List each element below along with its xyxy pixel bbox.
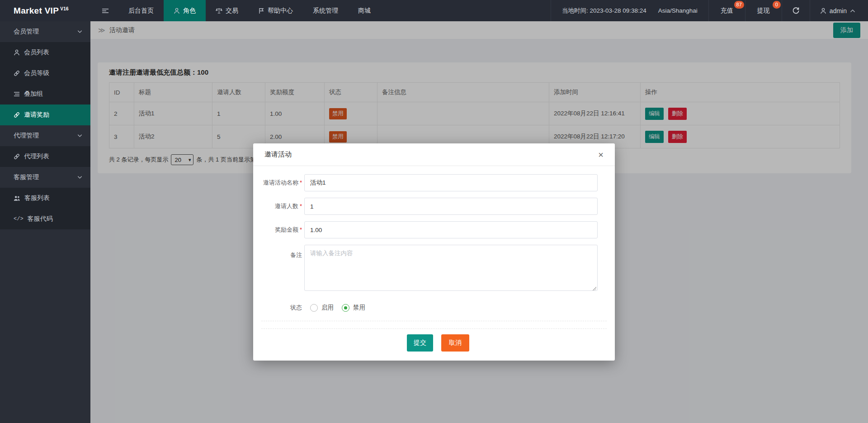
user-dropdown[interactable]: admin [810,0,868,21]
sidebar-group-label: 客服管理 [14,173,77,181]
activity-name-input[interactable] [304,174,598,191]
chevron-down-icon [77,30,82,33]
sidebar-item-label: 代理列表 [24,152,49,161]
sidebar-group-member-management[interactable]: 会员管理 [0,21,90,42]
sidebar-group-service-management[interactable]: 客服管理 [0,167,90,188]
sidebar: 会员管理 会员列表 会员等级 叠加组 邀请奖励 代理管理 [0,21,90,423]
radio-label: 启用 [321,304,334,312]
invite-activity-modal: 邀请活动 × 邀请活动名称* 邀请人数* 奖励金额* 备注 状态 启用 [253,143,615,361]
withdraw-label: 提现 [757,7,770,15]
top-navbar: Market VIP V16 后台首页 角色 交易 帮助中心 [0,0,868,21]
field-label: 奖励金额* [261,226,302,234]
flag-icon [258,8,264,14]
radio-label: 禁用 [353,304,365,312]
nav-item-trade[interactable]: 交易 [206,0,248,21]
required-asterisk: * [300,203,302,209]
radio-checked-icon [342,304,349,312]
layers-icon [14,91,20,97]
app-logo-text: Market VIP [14,6,59,16]
modal-title: 邀请活动 [264,150,292,159]
code-icon: </> [14,216,24,222]
modal-footer: 提交 取消 [261,334,615,352]
form-row-reward-amount: 奖励金额* [261,221,615,238]
radio-option-enabled[interactable]: 启用 [310,304,334,312]
sidebar-item-label: 客服列表 [24,194,50,202]
scales-icon [216,7,222,14]
nav-item-label: 系统管理 [313,7,338,15]
person-icon [174,8,180,14]
form-row-invite-count: 邀请人数* [261,198,615,215]
sidebar-group-label: 代理管理 [14,132,77,140]
form-row-remark: 备注 [261,245,615,293]
required-asterisk: * [300,226,302,233]
sidebar-item-label: 叠加组 [24,90,43,98]
cancel-button[interactable]: 取消 [441,334,469,352]
sidebar-group-label: 会员管理 [14,28,77,36]
nav-item-label: 帮助中心 [268,7,293,15]
navbar-right: 当地时间: 2023-03-28 09:38:24 Asia/Shanghai … [551,0,868,21]
sidebar-item-agent-list[interactable]: 代理列表 [0,146,90,167]
nav-item-roles[interactable]: 角色 [164,0,206,21]
field-label: 邀请活动名称* [261,179,302,187]
users-icon [14,195,20,201]
sidebar-item-label: 会员等级 [24,69,49,77]
chevron-down-icon [77,134,82,138]
link-icon [14,153,20,160]
modal-header: 邀请活动 × [253,143,615,166]
remark-textarea[interactable] [304,245,598,291]
withdraw-menu-item[interactable]: 提现 0 [745,0,782,21]
nav-item-mall[interactable]: 商城 [348,0,381,21]
sidebar-item-service-list[interactable]: 客服列表 [0,188,90,209]
sidebar-item-member-list[interactable]: 会员列表 [0,42,90,63]
sidebar-item-member-level[interactable]: 会员等级 [0,63,90,84]
nav-item-dashboard[interactable]: 后台首页 [118,0,164,21]
submit-button[interactable]: 提交 [407,334,433,352]
recharge-menu-item[interactable]: 充值 87 [708,0,745,21]
person-icon [14,49,20,56]
field-label: 邀请人数* [261,202,302,210]
local-time: 当地时间: 2023-03-28 09:38:24 Asia/Shanghai [551,0,708,21]
status-label: 状态 [261,304,302,312]
app-logo-version: V16 [60,6,69,11]
refresh-button[interactable] [782,0,810,21]
nav-item-label: 交易 [226,7,238,15]
sidebar-item-label: 客服代码 [28,215,53,223]
chevron-up-icon [850,9,855,13]
nav-item-label: 商城 [358,7,371,15]
required-asterisk: * [300,179,302,186]
app-logo: Market VIP V16 [0,0,90,21]
sidebar-item-label: 会员列表 [24,48,49,57]
username: admin [830,7,847,14]
sidebar-item-service-code[interactable]: </> 客服代码 [0,209,90,229]
main-menu: 后台首页 角色 交易 帮助中心 系统管理 商城 [118,0,381,21]
divider [261,328,607,329]
nav-item-label: 后台首页 [128,7,154,15]
nav-item-system[interactable]: 系统管理 [303,0,348,21]
sidebar-item-stack-group[interactable]: 叠加组 [0,84,90,105]
radio-icon [310,304,318,312]
sidebar-group-agent-management[interactable]: 代理管理 [0,125,90,146]
field-label: 备注 [261,251,302,259]
sidebar-collapse-button[interactable] [96,0,115,21]
user-avatar-icon [820,8,826,14]
recharge-badge: 87 [734,1,744,9]
link-icon [14,70,20,76]
sidebar-item-invite-reward[interactable]: 邀请奖励 [0,105,90,125]
recharge-label: 充值 [721,7,733,15]
local-time-text: 当地时间: 2023-03-28 09:38:24 [562,7,646,15]
nav-item-label: 角色 [183,7,196,15]
remark-textarea-wrap [304,245,598,293]
radio-option-disabled[interactable]: 禁用 [342,304,365,312]
sidebar-item-label: 邀请奖励 [24,111,49,119]
close-icon[interactable]: × [598,150,604,159]
form-row-status: 状态 启用 禁用 [261,304,615,312]
link-icon [14,112,20,118]
reward-amount-input[interactable] [304,221,598,238]
divider [261,321,607,321]
form-row-activity-name: 邀请活动名称* [261,174,615,191]
timezone-text: Asia/Shanghai [658,7,698,14]
invite-count-input[interactable] [304,198,598,215]
modal-body: 邀请活动名称* 邀请人数* 奖励金额* 备注 状态 启用 [253,166,615,352]
nav-item-help-center[interactable]: 帮助中心 [248,0,303,21]
refresh-icon [792,7,800,14]
